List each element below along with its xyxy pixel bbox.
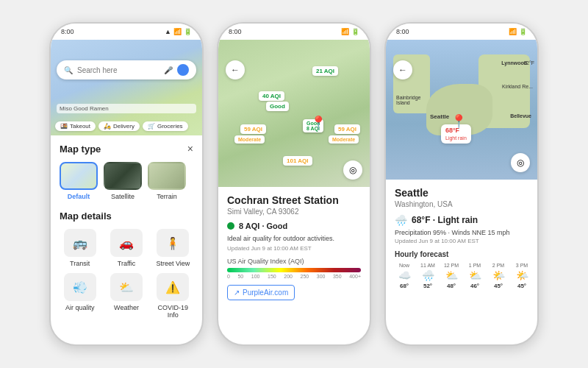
- aqi-indicator: [227, 222, 234, 230]
- groceries-icon: 🛒: [148, 123, 155, 130]
- map-thumb-default: [60, 162, 98, 190]
- map-type-options: Default Satellite Terrain: [60, 162, 193, 200]
- traffic-icon: 🚗: [110, 229, 143, 257]
- air-quality-label: Air quality: [65, 304, 95, 311]
- map-option-satellite[interactable]: Satellite: [104, 162, 142, 200]
- phone3-map: Lynnwood 62°F Seattle Bellevue Kirkland …: [386, 40, 537, 180]
- detail-street-view[interactable]: 🧍 Street View: [153, 229, 193, 267]
- aqi-badge-moderate2: Moderate: [329, 135, 359, 144]
- map-type-header: Map type ×: [60, 143, 193, 155]
- map-label-default: Default: [68, 193, 90, 200]
- aqi-bar-section: US Air Quality Index (AQI) 0 50 100 150 …: [227, 258, 361, 279]
- hourly-item-1pm: 1 PM ⛅ 46°: [465, 263, 484, 289]
- avatar: [177, 64, 189, 76]
- locate-button-3[interactable]: ◎: [511, 153, 530, 172]
- detail-weather[interactable]: ⛅ Weather: [106, 273, 146, 319]
- phone3-status-bar: 8:00 📶 🔋: [386, 24, 537, 40]
- purple-air-label: PurpleAir.com: [243, 289, 288, 297]
- bellevue-label: Bellevue: [510, 113, 531, 118]
- map-label-satellite: Satellite: [111, 193, 135, 200]
- aqi-badge-21: 21 AQI: [312, 66, 338, 76]
- bainbridge-label: BainbridgeIsland: [396, 95, 420, 105]
- delivery-chip[interactable]: 🛵 Delivery: [98, 121, 140, 131]
- hourly-item-3pm: 3 PM 🌤️ 45°: [512, 263, 528, 289]
- aqi-ideal: Ideal air quality for outdoor activities…: [227, 235, 361, 242]
- detail-air-quality[interactable]: 💨 Air quality: [60, 273, 100, 319]
- weather-icon: ⛅: [110, 273, 143, 301]
- delivery-icon: 🛵: [104, 123, 111, 130]
- phone-1: 8:00 ▲ 📶 🔋 🔍 Search here 🎤 Miso Good Ram…: [49, 22, 204, 346]
- hourly-item-12pm: 12 PM ⛅ 48°: [442, 263, 461, 289]
- hourly-row: Now ☁️ 68° 11 AM 🌧️ 52° 12 PM ⛅ 48° 1 PM…: [395, 263, 528, 289]
- city-sub: Washington, USA: [395, 200, 528, 208]
- weather-row: 🌧️ 68°F · Light rain: [395, 214, 528, 226]
- map-details-title: Map details: [60, 210, 193, 222]
- back-button-3[interactable]: ←: [393, 60, 412, 79]
- mic-icon: 🎤: [164, 66, 173, 74]
- phone1-status-bar: 8:00 ▲ 📶 🔋: [51, 24, 202, 40]
- purple-air-link[interactable]: ↗ PurpleAir.com: [227, 285, 295, 300]
- aqi-badge-good1: Good: [266, 102, 289, 111]
- phone2-status-icons: 📶 🔋: [341, 28, 359, 35]
- phone1-status-icons: ▲ 📶 🔋: [165, 28, 192, 35]
- map-option-default[interactable]: Default: [60, 162, 98, 200]
- aqi-badge-59-2: 59 AQI: [334, 124, 360, 134]
- aqi-value: 8 AQI · Good: [239, 222, 287, 230]
- hourly-label: Hourly forecast: [395, 250, 528, 258]
- search-placeholder: Search here: [77, 66, 159, 74]
- aqi-updated: Updated Jun 9 at 10:00 AM EST: [227, 245, 361, 252]
- phone2-time: 8:00: [229, 28, 242, 35]
- location-sub: Simi Valley, CA 93062: [227, 208, 361, 216]
- map-type-panel: Map type × Default Satellite Terrain Map…: [51, 135, 202, 344]
- temp-label-62: 62°F: [523, 60, 534, 66]
- aqi-badge-40: 40 AQI: [259, 91, 284, 101]
- phone2-status-bar: 8:00 📶 🔋: [218, 24, 370, 40]
- phone3-status-icons: 📶 🔋: [509, 28, 527, 35]
- traffic-label: Traffic: [118, 260, 136, 267]
- phone2-map: 21 AQI 40 AQI Good 59 AQI Good8 AQI 59 A…: [218, 40, 370, 187]
- detail-covid[interactable]: ⚠️ COVID-19 Info: [153, 273, 193, 319]
- street-view-label: Street View: [156, 260, 190, 267]
- aqi-badge-59-1: 59 AQI: [240, 124, 266, 134]
- map-details-grid: 🚌 Transit 🚗 Traffic 🧍 Street View 💨 Air …: [60, 229, 193, 319]
- close-button[interactable]: ×: [187, 143, 193, 155]
- aqi-row: 8 AQI · Good: [227, 222, 361, 230]
- street-view-icon: 🧍: [157, 229, 189, 257]
- phone3-time: 8:00: [396, 28, 409, 35]
- seattle-pin: 📍: [451, 113, 467, 130]
- locate-button[interactable]: ◎: [343, 160, 362, 180]
- rain-icon: 🌧️: [395, 214, 407, 226]
- groceries-chip[interactable]: 🛒 Groceries: [143, 121, 188, 131]
- takeout-chip[interactable]: 🍱 Takeout: [55, 121, 96, 131]
- covid-label: COVID-19 Info: [153, 304, 193, 319]
- search-icon: 🔍: [64, 66, 73, 74]
- covid-icon: ⚠️: [157, 273, 189, 301]
- phone-3: 8:00 📶 🔋 Lynnwood 62°F Seattle Bellevue …: [384, 22, 539, 346]
- detail-transit[interactable]: 🚌 Transit: [60, 229, 100, 267]
- map-type-title: Map type: [60, 144, 101, 155]
- map-option-terrain[interactable]: Terrain: [148, 162, 186, 200]
- phone2-info: Cochran Street Station Simi Valley, CA 9…: [218, 187, 370, 344]
- aqi-badge-101: 101 AQI: [283, 156, 312, 166]
- map-search-bar[interactable]: 🔍 Search here 🎤: [57, 60, 196, 79]
- map-pin: 📍: [310, 115, 326, 131]
- aqi-bar-numbers: 0 50 100 150 200 250 300 350 400+: [227, 274, 361, 279]
- weather-temp: 68°F · Light rain: [412, 215, 478, 225]
- chip-row: 🍱 Takeout 🛵 Delivery 🛒 Groceries: [55, 121, 188, 131]
- air-quality-icon: 💨: [64, 273, 96, 301]
- map-label: Miso Good Ramen: [57, 104, 196, 113]
- phone1-time: 8:00: [61, 28, 74, 35]
- back-button[interactable]: ←: [226, 60, 245, 79]
- seattle-label: Seattle: [430, 113, 449, 120]
- weather-updated: Updated Jun 9 at 10:00 AM EST: [395, 238, 528, 244]
- takeout-icon: 🍱: [60, 123, 68, 130]
- map-thumb-satellite: [104, 162, 142, 190]
- map-label-terrain: Terrain: [157, 193, 177, 200]
- weather-label: Weather: [114, 304, 139, 311]
- hourly-item-now: Now ☁️ 68°: [395, 263, 414, 289]
- phone3-info: Seattle Washington, USA 🌧️ 68°F · Light …: [386, 180, 537, 344]
- hourly-item-2pm: 2 PM 🌤️ 45°: [489, 263, 508, 289]
- aqi-badge-moderate1: Moderate: [234, 135, 265, 144]
- detail-traffic[interactable]: 🚗 Traffic: [106, 229, 146, 267]
- transit-label: Transit: [70, 260, 90, 267]
